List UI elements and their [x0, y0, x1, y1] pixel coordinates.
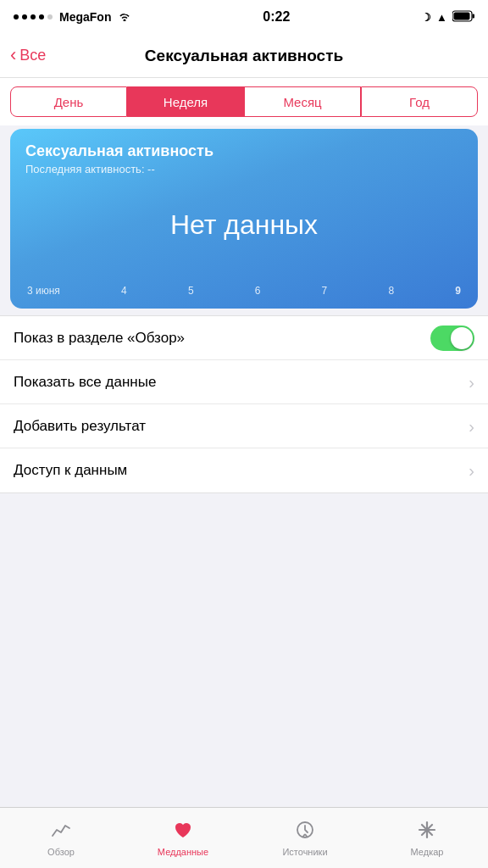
list-section: Показ в разделе «Обзор» Показать все дан…	[0, 315, 488, 493]
no-data-label: Нет данных	[25, 175, 463, 278]
status-time: 0:22	[263, 9, 290, 25]
tab-overview-label: Обзор	[47, 847, 75, 857]
nav-bar: ‹ Все Сексуальная активность	[0, 34, 488, 78]
status-bar: MegaFon 0:22 ☽ ▲	[0, 0, 488, 34]
segment-year[interactable]: Год	[361, 86, 478, 117]
add-label: Добавить результат	[14, 418, 146, 435]
tab-sources-label: Источники	[282, 847, 327, 857]
status-right: ☽ ▲	[421, 10, 474, 25]
overview-toggle-right	[430, 326, 474, 351]
back-button[interactable]: ‹ Все	[10, 47, 46, 64]
axis-label-2: 5	[188, 285, 194, 297]
back-chevron-icon: ‹	[10, 46, 16, 64]
axis-label-1: 4	[121, 285, 127, 297]
axis-label-3: 6	[255, 285, 261, 297]
segment-control: День Неделя Месяц Год	[0, 78, 488, 125]
segment-day[interactable]: День	[10, 86, 127, 117]
tab-medical[interactable]: Медкар	[366, 819, 488, 857]
svg-rect-1	[472, 14, 474, 18]
axis-label-4: 7	[322, 285, 328, 297]
tab-health[interactable]: Медданные	[122, 819, 244, 857]
chevron-icon-3: ›	[469, 462, 474, 479]
chart-card: Сексуальная активность Последняя активно…	[10, 129, 478, 309]
show-all-right: ›	[469, 374, 474, 391]
overview-label: Показ в разделе «Обзор»	[14, 330, 185, 347]
segment-week[interactable]: Неделя	[127, 86, 244, 117]
chart-title: Сексуальная активность	[25, 142, 463, 160]
list-item-overview[interactable]: Показ в разделе «Обзор»	[0, 316, 488, 360]
add-right: ›	[469, 418, 474, 435]
moon-icon: ☽	[421, 11, 431, 24]
battery-icon	[452, 10, 474, 25]
access-right: ›	[469, 462, 474, 479]
page-title: Сексуальная активность	[145, 47, 343, 65]
tab-overview[interactable]: Обзор	[0, 819, 122, 857]
chevron-icon: ›	[469, 374, 474, 391]
health-icon	[172, 819, 194, 844]
sources-icon	[294, 819, 316, 844]
medical-icon	[416, 819, 438, 844]
list-item-add[interactable]: Добавить результат ›	[0, 404, 488, 448]
axis-label-0: 3 июня	[27, 285, 60, 297]
tab-medical-label: Медкар	[411, 847, 444, 857]
tab-sources[interactable]: Источники	[244, 819, 366, 857]
list-item-show-all[interactable]: Показать все данные ›	[0, 360, 488, 404]
status-left: MegaFon	[14, 10, 131, 24]
chevron-icon-2: ›	[469, 418, 474, 435]
chart-subtitle: Последняя активность: --	[25, 163, 463, 175]
overview-toggle[interactable]	[430, 326, 474, 351]
axis-label-5: 8	[388, 285, 394, 297]
toggle-thumb	[451, 327, 473, 349]
access-label: Доступ к данным	[14, 462, 127, 479]
svg-rect-2	[453, 12, 469, 19]
carrier-label: MegaFon	[59, 10, 111, 24]
location-icon: ▲	[436, 11, 447, 24]
segment-month[interactable]: Месяц	[244, 86, 361, 117]
tab-health-label: Медданные	[158, 847, 208, 857]
tab-bar: Обзор Медданные Источники	[0, 807, 488, 868]
show-all-label: Показать все данные	[14, 374, 156, 391]
chart-axis: 3 июня 4 5 6 7 8 9	[25, 285, 463, 297]
axis-label-6: 9	[455, 285, 461, 297]
list-item-access[interactable]: Доступ к данным ›	[0, 448, 488, 492]
back-label: Все	[19, 47, 46, 64]
wifi-icon	[118, 10, 131, 24]
chart-icon	[50, 819, 72, 844]
